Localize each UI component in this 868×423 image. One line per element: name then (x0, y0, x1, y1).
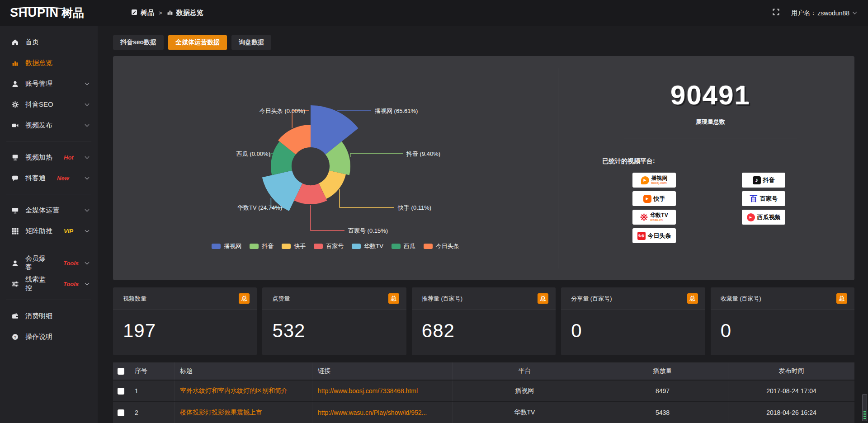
stat-card-value: 532 (262, 310, 406, 342)
sidebar-item-help[interactable]: ?操作说明 (0, 326, 98, 347)
sidebar-item-label: 操作说明 (25, 333, 52, 341)
xigua-logo-icon: ▶ (747, 213, 755, 221)
horizontal-divider (624, 138, 797, 138)
page-scrollbar[interactable] (862, 394, 867, 421)
legend-swatch (424, 244, 433, 249)
sidebar-item-douyin-seo[interactable]: 抖音SEO (0, 94, 98, 115)
chevron-down-icon (85, 122, 90, 127)
chevron-down-icon (85, 80, 90, 85)
total-badge[interactable]: 总 (836, 293, 847, 304)
select-all-checkbox[interactable] (118, 368, 124, 375)
sidebar-item-tag: Tools (63, 260, 79, 267)
pie-label: 西瓜 (0.00%) (236, 150, 270, 157)
cell-publish-time: 2017-08-24 17:04 (728, 381, 854, 401)
platform-badge-grid: ▶播视网boosj.com♪抖音▶快手百百家号华数TVwasu.cn▶西瓜视频头… (632, 173, 834, 243)
stat-card: 推荐量 (百家号)总682 (412, 287, 556, 355)
username: zswodun88 (817, 9, 849, 17)
help-icon: ? (12, 334, 19, 340)
cell-play-count: 8497 (597, 381, 728, 401)
user-label: 用户名： (791, 9, 816, 17)
tab-inquiry-data[interactable]: 询盘数据 (231, 35, 271, 50)
table-row: 1室外水纹灯和室内水纹灯的区别和简介http://www.boosj.com/7… (113, 381, 854, 401)
breadcrumb-item-current[interactable]: 数据总览 (167, 9, 203, 17)
sidebar-item-label: 抖客通 (25, 174, 46, 183)
pie-label-line (350, 154, 403, 157)
legend-item-华数TV[interactable]: 华数TV (352, 242, 383, 250)
platforms-title: 已统计的视频平台: (602, 157, 834, 165)
home-icon (12, 39, 19, 46)
stat-card-header: 收藏量 (百家号)总 (711, 287, 854, 310)
cell-video-link[interactable]: http://www.boosj.com/7338468.html (318, 387, 418, 395)
sidebar-item-label: 全媒体运营 (25, 206, 59, 215)
row-checkbox[interactable] (118, 388, 124, 395)
pie-label: 抖音 (9.40%) (406, 150, 440, 157)
kuaishou-logo-icon: ▶ (643, 195, 651, 203)
legend-item-百家号[interactable]: 百家号 (314, 242, 344, 250)
cell-video-title[interactable]: 楼体投影灯投影效果震撼上市 (180, 409, 262, 417)
column-header: 播放量 (597, 362, 728, 380)
stat-card: 分享量 (百家号)总0 (561, 287, 705, 355)
fullscreen-icon (773, 9, 779, 15)
cell-video-title[interactable]: 室外水纹灯和室内水纹灯的区别和简介 (180, 387, 288, 395)
sidebar-item-matrix-boost[interactable]: 矩阵助推VIP (0, 221, 98, 241)
pie-slice-播视网[interactable] (311, 105, 359, 155)
heat-icon (12, 154, 19, 161)
legend-item-快手[interactable]: 快手 (282, 242, 306, 250)
sidebar-item-clue-monitor[interactable]: 线索监控Tools (0, 273, 98, 294)
chevron-down-icon (85, 154, 90, 159)
user-menu[interactable]: 用户名：zswodun88 (791, 9, 856, 17)
summary-panel: 90491 展现量总数 已统计的视频平台: ▶播视网boosj.com♪抖音▶快… (558, 56, 854, 280)
sidebar-item-tag: VIP (64, 228, 73, 235)
total-badge[interactable]: 总 (239, 293, 250, 304)
cell-video-link[interactable]: http://www.wasu.cn/Play/show/id/952... (318, 409, 427, 416)
sidebar-item-data-overview[interactable]: 数据总览 (0, 52, 98, 73)
tab-media-ops-data[interactable]: 全媒体运营数据 (168, 35, 227, 50)
scrollbar-marks (863, 411, 866, 420)
sidebar-item-label: 矩阵助推 (25, 227, 52, 235)
platform-domain: boosj.com (651, 181, 668, 185)
total-badge[interactable]: 总 (388, 293, 399, 304)
chart-bars-icon (167, 9, 173, 15)
sidebar-item-consume-detail[interactable]: 消费明细 (0, 306, 98, 326)
sidebar-item-label: 首页 (25, 38, 39, 47)
sidebar-item-home[interactable]: 首页 (0, 32, 98, 52)
total-badge[interactable]: 总 (538, 293, 548, 304)
legend-item-今日头条[interactable]: 今日头条 (424, 242, 459, 250)
total-impressions-value: 90491 (587, 80, 834, 111)
legend-item-西瓜[interactable]: 西瓜 (392, 242, 415, 250)
cell-platform: 华数TV (452, 402, 597, 423)
tab-douyin-seo-data[interactable]: 抖音seo数据 (113, 35, 164, 50)
sidebar-item-member-burst[interactable]: 会员爆客Tools (0, 253, 98, 273)
table-row: 2楼体投影灯投影效果震撼上市http://www.wasu.cn/Play/sh… (113, 402, 854, 423)
total-badge[interactable]: 总 (687, 293, 698, 304)
cell-index: 1 (129, 381, 174, 401)
sliders-icon (12, 281, 19, 287)
chevron-down-icon (853, 10, 857, 14)
topbar-right: 用户名：zswodun88 (773, 9, 856, 17)
monitor-icon (12, 207, 19, 214)
legend-item-播视网[interactable]: 播视网 (212, 242, 241, 250)
gear-icon (12, 101, 19, 108)
stat-card-value: 0 (561, 310, 705, 342)
platform-badge-kuaishou: ▶快手 (632, 191, 676, 206)
chart-bars-icon (12, 60, 19, 66)
fullscreen-icon[interactable] (773, 9, 779, 17)
chevron-down-icon (85, 101, 90, 106)
sidebar-item-video-publish[interactable]: 视频发布 (0, 115, 98, 136)
sidebar-item-account-manage[interactable]: 账号管理 (0, 73, 98, 94)
cell-index: 2 (129, 402, 174, 423)
baijiahao-logo-icon: 百 (750, 195, 758, 203)
sidebar-divider (6, 247, 91, 247)
platform-badge-baijiahao: 百百家号 (742, 191, 785, 206)
sidebar-item-douketong[interactable]: 抖客通New (0, 168, 98, 188)
sidebar-item-video-heat[interactable]: 视频加热Hot (0, 147, 98, 168)
chart-legend: 播视网抖音快手百家号华数TV西瓜今日头条 (113, 242, 558, 250)
pie-label: 百家号 (0.15%) (348, 227, 388, 234)
platform-badge-xigua: ▶西瓜视频 (742, 210, 785, 225)
sidebar-item-media-ops[interactable]: 全媒体运营 (0, 200, 98, 221)
row-checkbox[interactable] (118, 409, 124, 416)
legend-item-抖音[interactable]: 抖音 (250, 242, 274, 250)
sidebar-item-label: 账号管理 (25, 80, 52, 88)
column-header: 链接 (312, 362, 452, 380)
breadcrumb-item-home[interactable]: 树品 (131, 9, 154, 17)
